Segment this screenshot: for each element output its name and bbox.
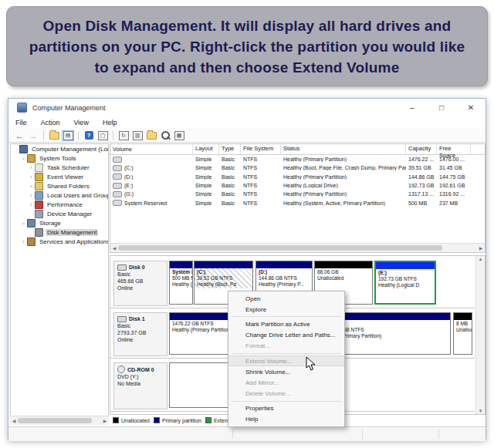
column-header-capacity[interactable]: Capacity: [406, 144, 437, 154]
partition-text-line: System Reserved: [172, 269, 190, 275]
disk-icon: [117, 365, 125, 373]
scroll-right-icon[interactable]: ▶: [101, 418, 109, 423]
graphical-vertical-scrollbar[interactable]: ▲ ▼: [475, 256, 485, 414]
scroll-left-icon[interactable]: ◀: [10, 418, 18, 423]
context-menu-item-extend-volume[interactable]: Extend Volume...: [228, 355, 344, 366]
partition-text-line: Healthy (Primary P...: [259, 281, 310, 288]
tree-item-disk-management[interactable]: Disk Management: [11, 227, 108, 237]
volume-row[interactable]: (G:)SimpleBasicNTFSHealthy (Primary Part…: [110, 190, 485, 198]
disk-name-text: Disk 1: [129, 315, 145, 322]
tree-expander-icon[interactable]: ⌄: [20, 220, 27, 226]
show-console-tree-icon[interactable]: ▤: [62, 130, 74, 141]
partition-color-bar: [170, 261, 192, 268]
minimize-button[interactable]: –: [398, 99, 427, 116]
drive-icon: [113, 157, 122, 163]
menubar-item-file[interactable]: File: [8, 119, 34, 126]
partition-system-reserved[interactable]: System Reserved500 MB NTFSHealthy (Syste…: [169, 261, 193, 305]
column-header-layout[interactable]: Layout: [193, 144, 219, 154]
properties-window-icon[interactable]: ▢: [96, 130, 109, 141]
volume-row[interactable]: SimpleBasicNTFSHealthy (Primary Partitio…: [110, 155, 485, 163]
column-header-free-space[interactable]: Free Space: [437, 144, 471, 154]
disk-label-1[interactable]: Disk 1Basic2793.37 GBOnline: [113, 312, 167, 356]
menubar-item-help[interactable]: Help: [96, 119, 124, 126]
volume-cell: 192.61 GB: [437, 183, 471, 188]
tree-item-device-manager[interactable]: Device Manager: [11, 209, 108, 218]
tree-item-task-scheduler[interactable]: ›Task Scheduler: [11, 163, 108, 172]
column-header-file-system[interactable]: File System: [241, 144, 281, 154]
tree-item-event-viewer[interactable]: ›Event Viewer: [11, 172, 108, 181]
context-menu-item-change-drive-letter-and-paths[interactable]: Change Drive Letter and Paths...: [228, 330, 344, 341]
scroll-left-icon[interactable]: ◀: [110, 245, 118, 251]
statusbar-divider: [232, 429, 233, 439]
open-folder-icon[interactable]: [145, 130, 157, 141]
close-button[interactable]: ✕: [456, 99, 486, 116]
local-users-groups-icon: [35, 191, 43, 200]
volume-row[interactable]: System ReservedSimpleBasicNTFSHealthy (S…: [110, 198, 485, 207]
tree-expander-icon[interactable]: ›: [28, 202, 35, 207]
context-menu-item-properties[interactable]: Properties: [228, 403, 344, 414]
help-icon[interactable]: ?: [83, 130, 95, 141]
tree-expander-icon[interactable]: ›: [28, 174, 35, 180]
context-menu-item-explore[interactable]: Explore: [228, 304, 344, 315]
up-one-level-icon[interactable]: [48, 130, 60, 141]
tree-item-storage[interactable]: ⌄Storage: [11, 218, 108, 227]
context-menu-item-add-mirror[interactable]: Add Mirror...: [228, 377, 344, 388]
legend-unallocated: Unallocated: [113, 417, 150, 423]
tree-expander-icon[interactable]: ⌄: [20, 155, 27, 161]
context-menu-item-delete-volume[interactable]: Delete Volume...: [228, 389, 344, 399]
partition-text-line: Unallocated: [456, 327, 469, 333]
context-menu-item-help[interactable]: Help: [228, 414, 344, 425]
disk-management-icon: [35, 228, 43, 237]
scroll-right-icon[interactable]: ▶: [477, 245, 485, 251]
context-menu-item-shrink-volume[interactable]: Shrink Volume...: [228, 366, 344, 377]
scroll-down-icon[interactable]: ▼: [479, 409, 483, 413]
column-header-status[interactable]: Status: [281, 144, 406, 154]
find-icon[interactable]: [159, 130, 171, 141]
back-icon[interactable]: ←: [13, 130, 25, 141]
snap-in-icon[interactable]: ▦: [173, 130, 185, 141]
tree-item-services-and-applications[interactable]: ›Services and Applications: [11, 237, 108, 246]
tree-expander-icon[interactable]: ›: [28, 193, 35, 198]
unallocated-8mb[interactable]: 8 MBUnallocated: [453, 312, 472, 355]
export-list-icon[interactable]: ▥: [131, 130, 144, 141]
tree-item-computer-management-local[interactable]: Computer Management (Local: [11, 144, 108, 153]
disk-label-0[interactable]: Disk 0Basic465.66 GBOnline: [113, 261, 167, 306]
tree-horizontal-scrollbar[interactable]: ◀ ▶: [10, 416, 109, 425]
context-menu-item-mark-partition-as-active[interactable]: Mark Partition as Active: [228, 318, 344, 329]
partition-e[interactable]: (E:)192.73 GB NTFSHealthy (Logical D: [374, 261, 436, 305]
forward-icon[interactable]: →: [27, 130, 39, 141]
disk-label-2[interactable]: CD-ROM 0DVD (Y:)No Media: [113, 362, 167, 409]
tree-item-shared-folders[interactable]: ›Shared Folders: [11, 181, 108, 190]
column-header-volume[interactable]: Volume: [110, 144, 193, 154]
scrollbar-thumb[interactable]: [18, 418, 92, 423]
menubar-item-action[interactable]: Action: [34, 119, 67, 126]
tree-item-performance[interactable]: ›Performance: [11, 200, 108, 209]
volume-row[interactable]: (D:)SimpleBasicNTFSHealthy (Primary Part…: [110, 173, 485, 181]
volume-row[interactable]: (E:)SimpleBasicNTFSHealthy (Logical Driv…: [110, 181, 485, 190]
tree-item-label: Disk Management: [46, 229, 98, 236]
tree-item-system-tools[interactable]: ⌄System Tools: [11, 153, 108, 163]
tree-expander-icon[interactable]: ›: [20, 239, 27, 244]
volume-row[interactable]: (C:)SimpleBasicNTFSHealthy (Boot, Page F…: [110, 163, 485, 172]
volume-name-cell: (E:): [110, 183, 193, 189]
tree-expander-icon[interactable]: ›: [28, 184, 35, 189]
tree-item-label: Device Manager: [46, 211, 93, 217]
disk-label-line: Online: [117, 336, 164, 343]
maximize-button[interactable]: □: [427, 99, 456, 116]
volume-cell: Simple: [193, 165, 219, 170]
scrollbar-thumb[interactable]: [118, 245, 442, 251]
drive-icon: [113, 173, 122, 180]
refresh-icon[interactable]: ↻: [117, 130, 130, 141]
tree-item-local-users-and-groups[interactable]: ›Local Users and Groups: [11, 190, 108, 200]
title-bar[interactable]: Computer Management – □ ✕: [8, 99, 486, 116]
tree-expander-icon[interactable]: ›: [28, 165, 35, 170]
partition-text-line: 500 MB NTFS: [172, 275, 190, 281]
volume-horizontal-scrollbar[interactable]: ◀ ▶: [110, 243, 485, 252]
scroll-up-icon[interactable]: ▲: [479, 257, 483, 261]
menubar-item-view[interactable]: View: [67, 119, 96, 126]
volume-list-header[interactable]: VolumeLayoutTypeFile SystemStatusCapacit…: [110, 144, 485, 155]
context-menu-item-open[interactable]: Open: [228, 293, 344, 304]
column-header-type[interactable]: Type: [219, 144, 241, 154]
context-menu-item-format[interactable]: Format...: [228, 341, 344, 352]
volume-cell: 144.86 GB: [406, 174, 437, 180]
